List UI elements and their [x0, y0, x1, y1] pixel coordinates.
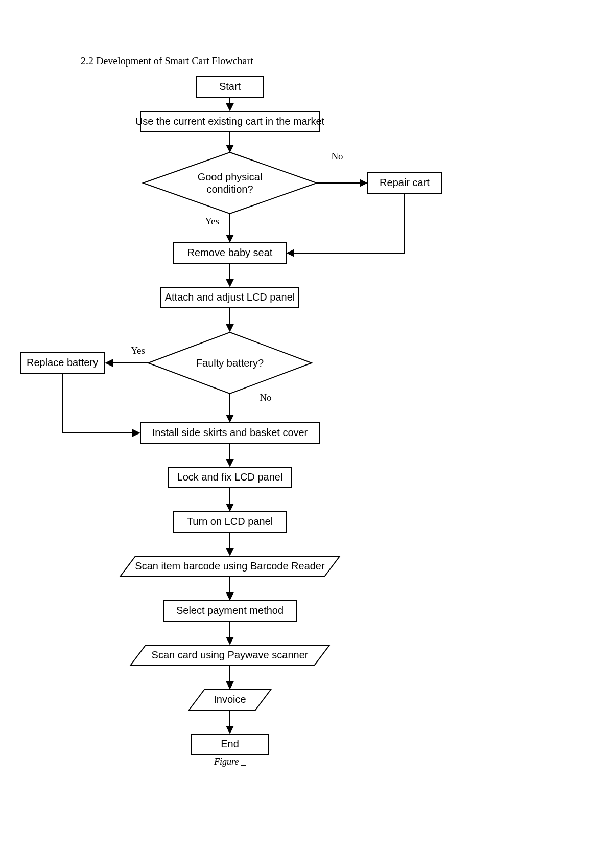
- node-scan-card: Scan card using Paywave scanner: [152, 649, 309, 660]
- node-remove-seat: Remove baby seat: [187, 247, 273, 258]
- node-install-skirts: Install side skirts and basket cover: [152, 427, 308, 438]
- node-good-cond-1: Good physical: [198, 171, 263, 182]
- node-good-cond-2: condition?: [206, 184, 253, 195]
- figure-caption: Figure _: [214, 757, 246, 767]
- node-invoice: Invoice: [214, 694, 246, 705]
- node-replace-batt: Replace battery: [27, 357, 98, 368]
- node-turn-on: Turn on LCD panel: [187, 516, 273, 527]
- node-scan-barcode: Scan item barcode using Barcode Reader: [135, 560, 325, 572]
- node-repair: Repair cart: [380, 177, 430, 188]
- node-faulty-batt: Faulty battery?: [196, 357, 264, 369]
- label-yes-1: Yes: [205, 216, 219, 226]
- node-attach-lcd: Attach and adjust LCD panel: [165, 291, 295, 303]
- label-no-2: No: [260, 392, 271, 403]
- label-yes-2: Yes: [131, 345, 145, 356]
- node-start: Start: [219, 81, 241, 92]
- node-use-cart: Use the current existing cart in the mar…: [135, 116, 325, 127]
- flowchart: Start Use the current existing cart in t…: [0, 0, 613, 868]
- svg-marker-4: [143, 152, 317, 214]
- label-no-1: No: [331, 151, 343, 162]
- node-select-payment: Select payment method: [176, 605, 284, 616]
- node-end: End: [221, 738, 239, 749]
- page: 2.2 Development of Smart Cart Flowchart …: [0, 0, 613, 868]
- node-lock-lcd: Lock and fix LCD panel: [177, 471, 283, 483]
